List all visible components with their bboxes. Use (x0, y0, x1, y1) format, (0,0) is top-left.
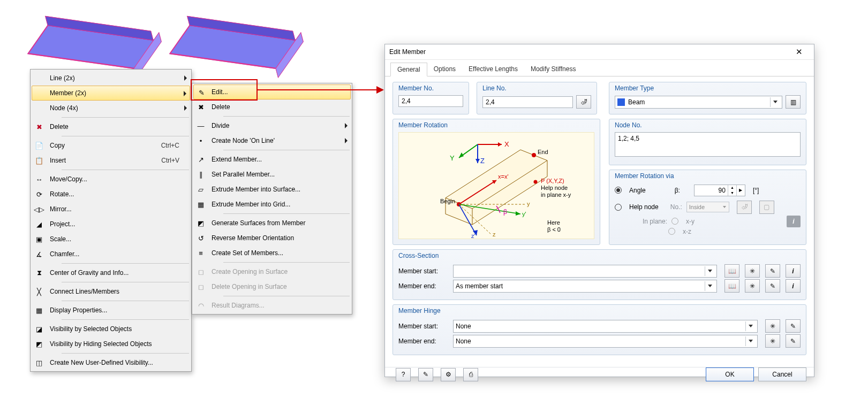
cancel-button[interactable]: Cancel (758, 367, 806, 381)
cs-end-select[interactable]: As member start (453, 280, 717, 293)
member-type-btn[interactable]: ▥ (786, 95, 801, 109)
line-no-input[interactable]: 2,4 (482, 96, 573, 108)
member-menu-item[interactable]: ≡Create Set of Members... (193, 246, 351, 260)
cs-new-icon-2[interactable]: ✳ (745, 279, 760, 293)
main-menu-item[interactable]: ◩Visibility by Hiding Selected Objects (32, 336, 190, 351)
main-menu-item[interactable]: 📄CopyCtrl+C (32, 138, 190, 153)
menu-separator (62, 117, 189, 118)
main-menu-item[interactable]: ◢Project... (32, 217, 190, 232)
graph-icon[interactable]: ⎙ (463, 368, 478, 381)
menu-separator (62, 170, 189, 170)
member-menu-item: ◻Delete Opening in Surface (193, 279, 351, 294)
node-no-input[interactable]: 1,2; 4,5 (615, 132, 801, 157)
menu-item-label: Generate Surfaces from Member (212, 219, 305, 227)
cs-lib-icon[interactable]: 📖 (724, 264, 739, 278)
hinge-new-icon[interactable]: ✳ (765, 319, 780, 333)
menu-item-label: Delete (50, 123, 69, 131)
menu-item-icon: ◩ (195, 218, 206, 228)
main-menu-item[interactable]: Member (2x) (32, 86, 190, 101)
menu-item-label: Visibility by Hiding Selected Objects (50, 340, 152, 348)
cs-start-select[interactable] (453, 265, 717, 278)
help-icon[interactable]: ? (396, 368, 411, 381)
menu-separator (62, 353, 189, 354)
hinge-start-select[interactable]: None (453, 320, 758, 333)
member-menu-item[interactable]: ↗Extend Member... (193, 152, 351, 167)
menu-item-icon: • (195, 135, 206, 146)
radio-angle[interactable] (615, 187, 622, 194)
spin-up-icon[interactable]: ▲ (728, 185, 736, 190)
member-menu-item[interactable]: ✎Edit... (193, 85, 351, 99)
menu-item-icon: ⟳ (34, 189, 44, 200)
pick-line-icon[interactable]: ⮰ (576, 95, 591, 109)
member-type-select[interactable]: Beam (615, 96, 782, 109)
hinge-start-value: None (456, 323, 471, 330)
group-member-type: Member Type Beam ▥ (609, 82, 806, 114)
main-menu-item[interactable]: ↔Move/Copy... (32, 172, 190, 187)
radio-help-node[interactable] (615, 204, 622, 211)
member-menu-item[interactable]: —Divide (193, 118, 351, 133)
cs-end-label: Member end: (398, 282, 449, 290)
cs-edit-icon-2[interactable]: ✎ (765, 279, 780, 293)
svg-point-15 (532, 153, 536, 157)
angle-spinner[interactable]: ▲▼ ▶ (694, 185, 745, 196)
svg-text:Y: Y (450, 154, 455, 162)
menu-item-label: Create New User-Defined Visibility... (50, 359, 153, 366)
menu-item-icon: ◁▷ (34, 204, 44, 214)
main-menu-item[interactable]: ⟳Rotate... (32, 187, 190, 202)
main-menu-item[interactable]: ▣Scale... (32, 232, 190, 247)
ok-button[interactable]: OK (706, 367, 754, 381)
beam-2 (169, 25, 297, 69)
main-menu-item[interactable]: ◫Create New User-Defined Visibility... (32, 355, 190, 370)
tab-lengths[interactable]: Effective Lengths (462, 63, 524, 76)
submenu-arrow-icon (184, 91, 186, 96)
main-menu-item[interactable]: ◪Visibility by Selected Objects (32, 321, 190, 336)
main-menu-item[interactable]: Line (2x) (32, 71, 190, 86)
tab-stiffness[interactable]: Modify Stiffness (524, 63, 582, 76)
cs-new-icon[interactable]: ✳ (745, 264, 760, 278)
main-menu-item[interactable]: 📋InsertCtrl+V (32, 153, 190, 168)
main-menu-item[interactable]: ▦Display Properties... (32, 303, 190, 318)
tab-options[interactable]: Options (427, 63, 462, 76)
menu-item-icon: ▣ (34, 234, 44, 244)
group-rotation-diagram: Member Rotation X Y (393, 119, 600, 245)
member-no-label: Member No. (398, 82, 463, 95)
hinge-edit-icon-2[interactable]: ✎ (786, 334, 801, 348)
svg-text:in plane x-y: in plane x-y (541, 191, 571, 198)
member-menu-item[interactable]: ▱Extrude Member into Surface... (193, 182, 351, 197)
cs-edit-icon[interactable]: ✎ (765, 264, 780, 278)
member-menu-item[interactable]: ◩Generate Surfaces from Member (193, 216, 351, 231)
member-menu-item[interactable]: •Create Node 'On Line' (193, 133, 351, 148)
menu-item-label: Visibility by Selected Objects (50, 325, 132, 333)
member-menu-item[interactable]: ∥Set Parallel Member... (193, 167, 351, 182)
main-menu-item[interactable]: Node (4x) (32, 101, 190, 116)
menu-item-icon: ∡ (34, 249, 44, 259)
cs-info-icon[interactable]: i (786, 264, 801, 278)
main-menu-item[interactable]: ╳Connect Lines/Members (32, 284, 190, 299)
hinge-end-select[interactable]: None (453, 335, 758, 348)
member-menu-item[interactable]: ↺Reverse Member Orientation (193, 231, 351, 246)
menu-separator (62, 301, 189, 301)
menu-item-icon: ◫ (34, 357, 44, 368)
cs-lib-icon-2[interactable]: 📖 (724, 279, 739, 293)
dflt-icon[interactable]: ✎ (418, 368, 433, 381)
main-menu-item[interactable]: ◁▷Mirror... (32, 202, 190, 217)
hinge-new-icon-2[interactable]: ✳ (765, 334, 780, 348)
angle-input[interactable] (695, 185, 728, 196)
menu-separator (62, 282, 189, 282)
help-node-label: Help node (629, 203, 659, 211)
cs-info-icon-2[interactable]: i (786, 279, 801, 293)
spin-more-icon[interactable]: ▶ (736, 185, 745, 196)
info-icon[interactable]: i (787, 216, 801, 227)
calc-icon[interactable]: ⚙ (441, 368, 456, 381)
member-menu-item[interactable]: ▦Extrude Member into Grid... (193, 197, 351, 212)
member-no-input[interactable]: 2,4 (398, 95, 463, 107)
member-menu-item[interactable]: ✖Delete (193, 99, 351, 114)
hinge-edit-icon[interactable]: ✎ (786, 319, 801, 333)
main-menu-item[interactable]: ⧗Center of Gravity and Info... (32, 265, 190, 280)
spin-down-icon[interactable]: ▼ (728, 190, 736, 196)
main-menu-item[interactable]: ✖Delete (32, 119, 190, 134)
tab-general[interactable]: General (390, 63, 427, 76)
dialog-titlebar[interactable]: Edit Member ✕ (385, 44, 814, 60)
close-icon[interactable]: ✕ (788, 44, 810, 59)
main-menu-item[interactable]: ∡Chamfer... (32, 247, 190, 262)
